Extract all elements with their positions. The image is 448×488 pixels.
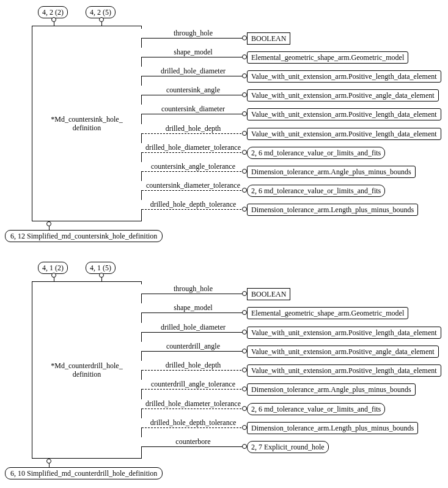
attribute-label: counterdrill_angle_tolerance	[138, 380, 248, 389]
attribute-label: drilled_hole_depth_tolerance	[138, 418, 248, 427]
connector-circle	[242, 169, 247, 174]
connector-circle	[242, 207, 247, 212]
reference-type: 2, 6 md_tolerance_value_or_limits_and_fi…	[247, 185, 385, 197]
attribute-label: countersink_angle_tolerance	[138, 162, 248, 171]
connector-circle	[242, 444, 247, 449]
reference-type: Dimension_tolerance_arm.Length_plus_minu…	[247, 204, 418, 216]
attribute-label: countersink_angle	[138, 86, 248, 95]
attribute-label: through_hole	[138, 29, 248, 38]
connector-circle	[242, 35, 247, 40]
connector-circle	[242, 291, 247, 296]
connector-circle	[242, 54, 247, 59]
attribute-label: through_hole	[138, 284, 248, 294]
entity-box: *Md_countersink_hole_definition	[32, 26, 142, 221]
reference-type: Elemental_geometric_shape_arm.Geometric_…	[247, 51, 408, 64]
connector-circle	[242, 150, 247, 155]
connector-circle	[99, 17, 104, 22]
attribute-label: countersink_diameter_tolerance	[138, 181, 248, 190]
connector-circle	[242, 386, 247, 391]
connector-circle	[242, 368, 247, 372]
reference-type: Dimension_tolerance_arm.Angle_plus_minus…	[247, 383, 416, 396]
page-ref: 4, 2 (2)	[38, 6, 68, 18]
attribute-label: counterbore	[138, 437, 248, 446]
attribute-label: drilled_hole_depth	[138, 124, 248, 133]
connector-circle	[242, 310, 247, 315]
connector-circle	[242, 425, 247, 430]
reference-type: Dimension_tolerance_arm.Length_plus_minu…	[247, 422, 418, 434]
connector-circle	[51, 17, 56, 22]
connector-circle	[242, 131, 247, 136]
reference-type: Value_with_unit_extension_arm.Positive_l…	[247, 364, 441, 377]
attribute-label: shape_model	[138, 303, 248, 312]
page-ref: 4, 2 (5)	[86, 6, 116, 18]
reference-type: BOOLEAN	[247, 32, 290, 45]
attribute-label: drilled_hole_diameter_tolerance	[138, 143, 248, 152]
reference-type: 2, 6 md_tolerance_value_or_limits_and_fi…	[247, 147, 385, 159]
connector-circle	[242, 73, 247, 78]
connector-circle	[242, 188, 247, 193]
connector-circle	[242, 330, 247, 335]
connector-circle	[242, 406, 247, 411]
reference-type: Value_with_unit_extension_arm.Positive_l…	[247, 70, 441, 83]
page-ref: 4, 1 (5)	[86, 262, 116, 274]
connector-circle	[46, 459, 51, 464]
reference-type: Value_with_unit_extension_arm.Positive_l…	[247, 108, 441, 120]
attribute-label: shape_model	[138, 48, 248, 57]
reference-type: 2, 6 md_tolerance_value_or_limits_and_fi…	[247, 403, 385, 415]
connector-circle	[242, 92, 247, 97]
page-ref: 4, 1 (2)	[38, 262, 68, 274]
attribute-label: counterdrill_angle	[138, 342, 248, 351]
attribute-label: drilled_hole_depth_tolerance	[138, 200, 248, 209]
attribute-label: drilled_hole_diameter_tolerance	[138, 399, 248, 409]
reference-type: BOOLEAN	[247, 288, 290, 300]
attribute-label: countersink_diameter	[138, 105, 248, 114]
connector-circle	[242, 349, 247, 353]
attribute-label: drilled_hole_diameter	[138, 67, 248, 76]
entity-box: *Md_counterdrill_hole_definition	[32, 281, 142, 459]
reference-type: Value_with_unit_extension_arm.Positive_a…	[247, 89, 439, 102]
reference-type: 2, 7 Explicit_round_hole	[247, 441, 329, 453]
connector-circle	[242, 111, 247, 116]
connector-circle	[99, 273, 104, 278]
subtype-page-ref: 6, 12 Simplified_md_countersink_hole_def…	[5, 230, 163, 242]
reference-type: Value_with_unit_extension_arm.Positive_l…	[247, 327, 441, 339]
connector-circle	[51, 273, 56, 278]
reference-type: Value_with_unit_extension_arm.Positive_a…	[247, 346, 439, 358]
subtype-page-ref: 6, 10 Simplified_md_counterdrill_hole_de…	[5, 467, 163, 479]
attribute-label: drilled_hole_diameter	[138, 323, 248, 332]
connector-circle	[46, 221, 51, 226]
reference-type: Dimension_tolerance_arm.Angle_plus_minus…	[247, 166, 416, 178]
attribute-label: drilled_hole_depth	[138, 361, 248, 370]
reference-type: Value_with_unit_extension_arm.Positive_l…	[247, 128, 441, 140]
reference-type: Elemental_geometric_shape_arm.Geometric_…	[247, 307, 408, 319]
